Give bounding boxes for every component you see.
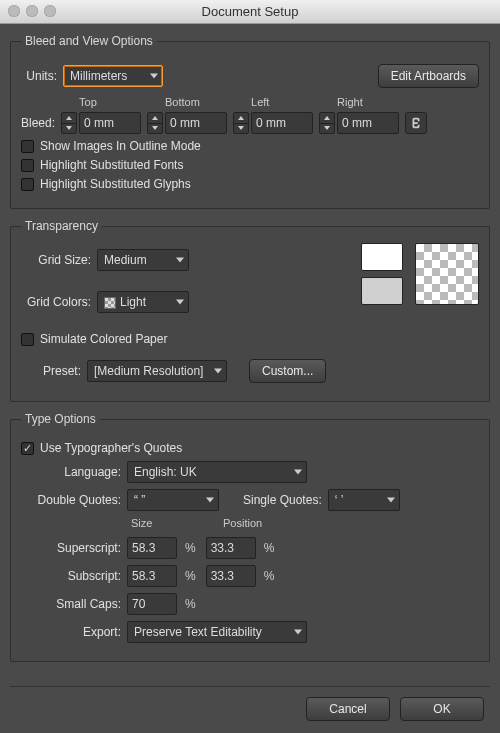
percent-label: % (185, 541, 196, 555)
bleed-right-input[interactable] (337, 112, 399, 134)
show-outline-label: Show Images In Outline Mode (40, 139, 201, 153)
double-quotes-label: Double Quotes: (21, 493, 121, 507)
units-label: Units: (21, 69, 57, 83)
transparency-legend: Transparency (21, 219, 102, 233)
superscript-size-input[interactable] (127, 537, 177, 559)
window-title: Document Setup (202, 4, 299, 19)
simulate-paper-label: Simulate Colored Paper (40, 332, 167, 346)
top-stepper[interactable] (61, 112, 77, 134)
double-quotes-select[interactable]: “ ” (127, 489, 219, 511)
link-icon (410, 116, 422, 130)
checkbox-icon (21, 140, 34, 153)
bottom-header: Bottom (165, 96, 227, 108)
cancel-button[interactable]: Cancel (306, 697, 390, 721)
preset-select[interactable]: [Medium Resolution] (87, 360, 227, 382)
simulate-paper-checkbox-row[interactable]: Simulate Colored Paper (21, 332, 351, 346)
type-options-legend: Type Options (21, 412, 100, 426)
chevron-down-icon (176, 258, 184, 263)
export-label: Export: (21, 625, 121, 639)
bleed-bottom-input[interactable] (165, 112, 227, 134)
single-quotes-label: Single Quotes: (243, 493, 322, 507)
bottom-stepper[interactable] (147, 112, 163, 134)
chevron-down-icon (294, 630, 302, 635)
type-options-section: Type Options Use Typographer's Quotes La… (10, 412, 490, 662)
subscript-label: Subscript: (21, 569, 121, 583)
dialog-footer: Cancel OK (10, 686, 490, 727)
bleed-left-input[interactable] (251, 112, 313, 134)
typographers-quotes-label: Use Typographer's Quotes (40, 441, 182, 455)
position-header: Position (223, 517, 262, 529)
window-titlebar: Document Setup (0, 0, 500, 24)
typographers-quotes-checkbox-row[interactable]: Use Typographer's Quotes (21, 441, 479, 455)
chevron-down-icon (150, 74, 158, 79)
checkbox-icon (21, 159, 34, 172)
language-select[interactable]: English: UK (127, 461, 307, 483)
percent-label: % (264, 569, 275, 583)
transparency-preview (415, 243, 479, 305)
subscript-size-input[interactable] (127, 565, 177, 587)
chevron-down-icon (294, 470, 302, 475)
ok-button[interactable]: OK (400, 697, 484, 721)
export-select[interactable]: Preserve Text Editability (127, 621, 307, 643)
custom-button[interactable]: Custom... (249, 359, 326, 383)
units-select[interactable]: Millimeters (63, 65, 163, 87)
top-header: Top (79, 96, 141, 108)
edit-artboards-button[interactable]: Edit Artboards (378, 64, 479, 88)
bleed-top-input[interactable] (79, 112, 141, 134)
color-swatch-gray[interactable] (361, 277, 403, 305)
percent-label: % (185, 597, 196, 611)
grid-size-label: Grid Size: (21, 253, 91, 267)
highlight-glyphs-checkbox-row[interactable]: Highlight Substituted Glyphs (21, 177, 479, 191)
bleed-legend: Bleed and View Options (21, 34, 157, 48)
right-stepper[interactable] (319, 112, 335, 134)
smallcaps-size-input[interactable] (127, 593, 177, 615)
highlight-fonts-label: Highlight Substituted Fonts (40, 158, 183, 172)
show-outline-checkbox-row[interactable]: Show Images In Outline Mode (21, 139, 479, 153)
highlight-glyphs-label: Highlight Substituted Glyphs (40, 177, 191, 191)
swatch-icon (104, 297, 116, 309)
subscript-pos-input[interactable] (206, 565, 256, 587)
chevron-down-icon (214, 369, 222, 374)
zoom-dot[interactable] (44, 5, 56, 17)
chevron-down-icon (387, 498, 395, 503)
grid-colors-select[interactable]: Light (97, 291, 189, 313)
chevron-down-icon (176, 300, 184, 305)
language-label: Language: (21, 465, 121, 479)
checkbox-icon (21, 333, 34, 346)
transparency-section: Transparency Grid Size: Medium Grid Colo… (10, 219, 490, 402)
grid-colors-label: Grid Colors: (21, 295, 91, 309)
right-header: Right (337, 96, 399, 108)
left-header: Left (251, 96, 313, 108)
percent-label: % (185, 569, 196, 583)
grid-size-select[interactable]: Medium (97, 249, 189, 271)
minimize-dot[interactable] (26, 5, 38, 17)
single-quotes-select[interactable]: ‘ ’ (328, 489, 400, 511)
checkbox-icon (21, 178, 34, 191)
traffic-lights (8, 5, 56, 17)
percent-label: % (264, 541, 275, 555)
close-dot[interactable] (8, 5, 20, 17)
bleed-label: Bleed: (21, 112, 55, 134)
link-bleed-button[interactable] (405, 112, 427, 134)
chevron-down-icon (206, 498, 214, 503)
highlight-fonts-checkbox-row[interactable]: Highlight Substituted Fonts (21, 158, 479, 172)
bleed-view-section: Bleed and View Options Units: Millimeter… (10, 34, 490, 209)
checkbox-icon (21, 442, 34, 455)
size-header: Size (131, 517, 217, 529)
superscript-label: Superscript: (21, 541, 121, 555)
smallcaps-label: Small Caps: (21, 597, 121, 611)
preset-label: Preset: (21, 364, 81, 378)
left-stepper[interactable] (233, 112, 249, 134)
color-swatch-white[interactable] (361, 243, 403, 271)
superscript-pos-input[interactable] (206, 537, 256, 559)
